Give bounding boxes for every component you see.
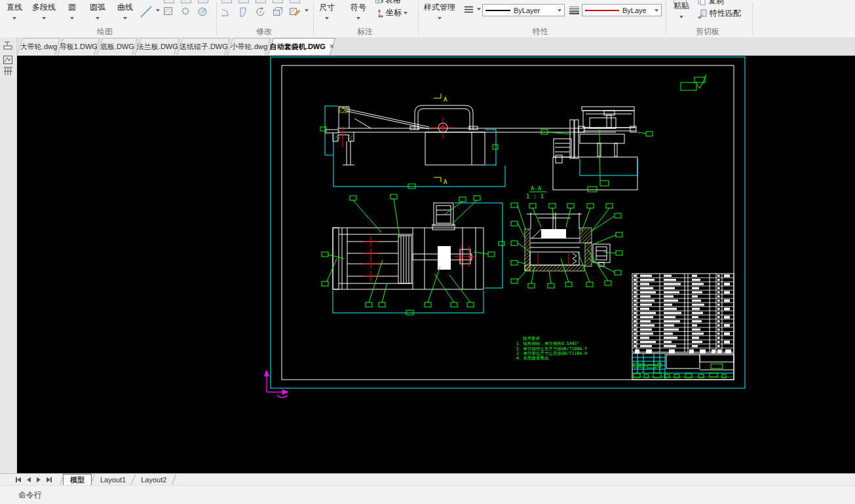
tab-close-button[interactable]: × [329,42,333,51]
title-block-text-blocks [632,363,734,378]
style-manager-button[interactable]: 样式管理 [420,3,459,22]
doc-tab[interactable]: 底板.DWG [97,38,138,55]
section-scale: 1 : 1 [526,193,544,200]
arc-button[interactable]: 圆弧 [84,3,111,22]
left-toolbar [0,37,17,473]
paste-button[interactable]: 粘贴 [668,1,694,21]
doc-tab[interactable]: 导板1.DWG [58,38,100,55]
clipped-icon [198,0,208,3]
tech-note-title: 技术要求 [522,336,541,341]
group-separator [752,2,753,35]
tab-navigation [16,476,52,484]
annotate-group-label: 标注 [316,26,414,37]
doc-tab-label: 法兰板.DWG [136,42,178,52]
linetype-value: ByLayer [514,7,545,14]
linetype-select[interactable]: ByLayer [482,4,565,16]
doc-tab-label: 自动套袋机.DWG [269,43,325,50]
doc-tab-label: 小带轮.dwg [231,42,267,52]
chevron-down-icon [404,12,408,14]
bom-table [632,274,734,353]
ribbon: 直线 多段线 圆 圆弧 曲线 绘图 [0,0,855,38]
red-linetype-sample [585,10,619,11]
doc-tab[interactable]: 法兰板.DWG [135,38,180,55]
tech-note-line: 1、锐角倒钝，未注倒角0.5X45° [516,341,579,346]
dimension-button[interactable]: 尺寸 [316,3,338,22]
sketch-line-icon[interactable] [140,4,154,18]
cross-section-view [511,203,622,288]
copy-button[interactable]: 复制 [697,0,724,7]
chevron-down-icon [679,16,683,18]
group-separator [666,2,666,35]
table-button[interactable]: 表格 [375,0,401,6]
curve-button[interactable]: 曲线 [111,3,139,22]
chevron-down-icon[interactable] [477,8,481,10]
clipped-icon [256,0,266,3]
clipped-icon [238,0,249,3]
line-button[interactable]: 直线 [3,3,26,22]
fillet-icon[interactable] [220,5,233,18]
doc-tab[interactable]: 送纸辊子.DWG [177,38,230,55]
format-painter-icon[interactable] [3,40,14,51]
doc-tab-label: 底板.DWG [100,42,134,52]
doc-tab-active[interactable]: 自动套袋机.DWG× [268,38,335,55]
command-line[interactable]: 命令行 [0,485,855,504]
doc-tab[interactable]: 小带轮.dwg [227,38,271,55]
chevron-down-icon[interactable] [305,9,309,12]
hatch-icon[interactable] [162,5,174,17]
document-tabbar: 大带轮.dwg 导板1.DWG 底板.DWG 法兰板.DWG 送纸辊子.DWG … [17,37,855,56]
match-properties-button[interactable]: 特性匹配 [697,8,741,19]
symbol-button-label: 符号 [346,3,371,12]
doc-tab[interactable]: 大带轮.dwg [17,38,60,55]
table-button-label: 表格 [385,0,401,6]
copy-icon [697,0,706,5]
drawing-canvas[interactable]: A A [17,56,855,473]
clipped-icon [181,0,191,3]
chevron-down-icon[interactable] [156,9,160,12]
layer-manager-icon[interactable] [3,55,14,65]
tech-notes: 技术要求 1、锐角倒钝，未注倒角0.5X45° 2、未注线性公差尺寸按GB/T1… [516,336,587,361]
next-tab-button[interactable] [37,477,41,482]
chevron-down-icon [655,9,658,12]
chevron-down-icon [96,17,100,20]
command-line-label: 命令行 [18,490,42,499]
chevron-down-icon [438,17,442,20]
linetype-lines-icon[interactable] [464,5,474,14]
coordinate-button[interactable]: 坐标 [375,7,408,18]
plan-balloons [322,194,495,307]
chevron-down-icon [356,17,360,20]
first-tab-button[interactable] [16,476,21,484]
plan-view [322,194,504,315]
layout1-tab[interactable]: Layout1 [94,474,132,485]
chevron-down-icon [558,9,561,12]
last-tab-button[interactable] [47,476,52,484]
previous-tab-button[interactable] [27,477,31,482]
lineweight-icon[interactable] [569,6,580,14]
line-button-label: 直线 [3,3,26,12]
gear-icon[interactable] [180,5,191,17]
clipped-icon [273,0,283,3]
symbol-button[interactable]: 符号 [346,3,371,22]
color-linetype-select[interactable]: ByLayer [582,4,662,16]
svg-text:A: A [444,96,447,103]
title-block [632,353,734,380]
section-label: A-A [531,185,542,192]
revision-cloud-icon[interactable] [197,5,208,17]
circle-button[interactable]: 圆 [62,3,83,22]
column-grid-icon[interactable] [3,66,14,77]
layout2-tab[interactable]: Layout2 [134,474,173,485]
clipped-icon [290,0,300,3]
rotate-icon[interactable] [254,5,267,18]
model-tab[interactable]: 模型 [63,474,92,486]
hatch-edit-icon[interactable] [288,5,301,18]
model-tab-label: 模型 [70,475,85,485]
curve-button-label: 曲线 [111,3,139,12]
draw-group-label: 绘图 [39,26,170,37]
ucs-icon [264,370,289,398]
chamfer-icon[interactable] [237,5,250,18]
polyline-button[interactable]: 多段线 [26,3,62,22]
doc-tab-label: 大带轮.dwg [20,42,57,52]
style-manager-label: 样式管理 [420,3,459,12]
3d-box-icon[interactable] [271,5,284,18]
chevron-down-icon [70,17,74,20]
group-separator [216,2,217,35]
